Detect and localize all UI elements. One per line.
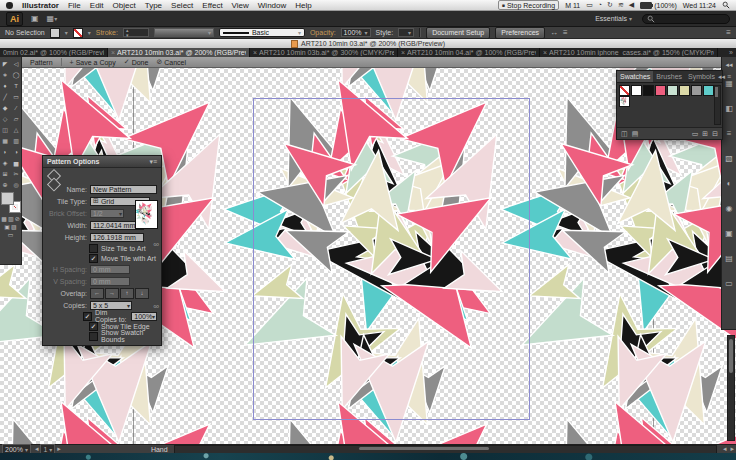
tab-symbols[interactable]: Symbols: [685, 71, 718, 82]
move-tile-checkbox[interactable]: ✓: [89, 254, 98, 263]
layers-panel-icon[interactable]: ▤: [722, 246, 736, 271]
cancel-button[interactable]: ⊘ Cancel: [156, 58, 186, 66]
artboards-panel-icon[interactable]: ▭: [722, 271, 736, 296]
stroke-panel-icon[interactable]: ≡: [722, 121, 736, 146]
time-machine-icon[interactable]: ◔: [598, 1, 602, 9]
wifi-icon[interactable]: ≋: [618, 1, 624, 9]
shape-builder-tool[interactable]: ◫: [0, 124, 11, 135]
direct-selection-tool[interactable]: ◁: [11, 58, 22, 69]
document-tab[interactable]: ×ART210 10min 03b.ai* @ 300% (CMYK/Previ…: [250, 48, 398, 57]
previous-artboard-icon[interactable]: ◂: [35, 445, 39, 453]
opacity-dropdown[interactable]: 100% ▾: [341, 28, 371, 37]
stroke-panel-link[interactable]: Stroke:: [96, 29, 118, 36]
gradient-tool[interactable]: ▥: [11, 135, 22, 146]
perspective-grid-tool[interactable]: △: [11, 124, 22, 135]
lasso-tool[interactable]: ◯: [11, 69, 22, 80]
next-artboard-icon[interactable]: ▸: [57, 445, 61, 453]
pencil-tool[interactable]: ∕: [11, 102, 22, 113]
stroke-color-swatch[interactable]: [73, 28, 83, 38]
pattern-tile-edge[interactable]: [253, 98, 530, 420]
swatch-white[interactable]: [631, 85, 642, 96]
panel-menu-icon[interactable]: ▾≡: [149, 158, 157, 166]
close-tab-icon[interactable]: ×: [401, 49, 405, 56]
link-dimensions-icon[interactable]: ∞: [153, 240, 159, 249]
search-box[interactable]: [642, 14, 730, 24]
menu-meter[interactable]: M 11: [565, 2, 580, 9]
menu-clock[interactable]: Wed 11:24: [683, 2, 716, 9]
app-menu-illustrator[interactable]: Illustrator: [22, 1, 59, 10]
hand-tool[interactable]: ⊕: [0, 179, 11, 190]
fill-swatch[interactable]: [1, 192, 14, 205]
delete-swatch-icon[interactable]: ⊟: [712, 130, 718, 138]
none-button[interactable]: ⊘: [15, 215, 20, 222]
document-tab[interactable]: ×ART210 10min 04.ai* @ 100% (RGB/Preview…: [398, 48, 540, 57]
document-tab[interactable]: ×ART210 10min iphone_cases.ai* @ 150% (C…: [540, 48, 718, 57]
close-tab-icon[interactable]: ×: [543, 49, 547, 56]
symbol-sprayer-tool[interactable]: ◈: [0, 157, 11, 168]
gradient-panel-icon[interactable]: ▧: [722, 146, 736, 171]
tab-overflow-icon[interactable]: »: [729, 49, 733, 56]
document-tab[interactable]: ×ART210 10min 03.ai* @ 200% (RGB/Preview…: [108, 48, 250, 57]
pattern-tile-tool-icon[interactable]: [47, 168, 61, 182]
chevron-down-icon[interactable]: ▾: [88, 29, 91, 36]
swatch-mint[interactable]: [667, 85, 678, 96]
scroll-right-icon[interactable]: ▸: [730, 445, 734, 453]
isolate-selection-icon[interactable]: ≡: [563, 28, 568, 37]
appearance-panel-icon[interactable]: ◉: [722, 196, 736, 221]
gradient-button[interactable]: ▥: [8, 215, 14, 222]
stepper-arrows[interactable]: ▴▾: [126, 28, 129, 38]
transform-reference-icon[interactable]: ↔: [550, 28, 558, 37]
overlap-top-in-front-icon[interactable]: ↑: [120, 288, 134, 299]
pattern-name-input[interactable]: New Pattern: [90, 185, 157, 194]
go-to-bridge-icon[interactable]: ▣: [31, 14, 39, 23]
fill-color-swatch[interactable]: [50, 28, 60, 38]
menu-select[interactable]: Select: [171, 1, 193, 10]
brush-definition-dropdown[interactable]: Basic ▾: [219, 28, 305, 37]
expand-panels-icon[interactable]: ◂◂: [722, 59, 736, 71]
draw-normal-icon[interactable]: ▣: [4, 223, 10, 230]
tab-brushes[interactable]: Brushes: [653, 71, 685, 82]
variable-width-profile-dropdown[interactable]: ▾: [154, 28, 214, 37]
draw-behind-icon[interactable]: ▨: [11, 223, 17, 230]
document-tab[interactable]: 0min 02.ai* @ 100% (RGB/Preview): [0, 48, 108, 57]
screen-mode-icon[interactable]: ▭: [8, 231, 14, 238]
chevron-down-icon[interactable]: ▾: [65, 29, 68, 36]
swatch-none[interactable]: [619, 85, 630, 96]
color-guide-panel-icon[interactable]: ◧: [722, 96, 736, 121]
menu-view[interactable]: View: [232, 1, 249, 10]
menu-type[interactable]: Type: [145, 1, 162, 10]
search-input[interactable]: [658, 15, 718, 23]
workspace-switcher[interactable]: Essentials ▾: [595, 15, 632, 22]
swatch-teal[interactable]: [703, 85, 714, 96]
overlap-left-in-front-icon[interactable]: ←: [90, 288, 104, 299]
eyedropper-tool[interactable]: ◗: [0, 146, 11, 157]
selection-tool[interactable]: ◤: [0, 58, 11, 69]
spotlight-icon[interactable]: [722, 1, 730, 9]
swatch-libraries-icon[interactable]: ◫: [621, 130, 628, 138]
stroke-weight-stepper[interactable]: ▴▾: [123, 28, 149, 37]
zoom-tool[interactable]: ◎: [11, 179, 22, 190]
scrollbar-thumb[interactable]: [729, 339, 733, 373]
menu-edit[interactable]: Edit: [90, 1, 104, 10]
color-button[interactable]: ▩: [1, 215, 7, 222]
size-tile-checkbox[interactable]: [89, 244, 98, 253]
display-icon[interactable]: ▭: [586, 1, 593, 9]
volume-icon[interactable]: ◀: [629, 1, 634, 9]
transparency-panel-icon[interactable]: ◐: [722, 171, 736, 196]
artboard-tool[interactable]: ⊞: [0, 168, 11, 179]
close-tab-icon[interactable]: ×: [253, 49, 257, 56]
dim-copies-dropdown[interactable]: 100%: [131, 312, 157, 321]
scroll-left-icon[interactable]: ◂: [723, 445, 727, 453]
swatch-pink[interactable]: [655, 85, 666, 96]
done-button[interactable]: ✓ Done: [124, 58, 149, 66]
battery-indicator[interactable]: (100%): [640, 2, 677, 9]
style-dropdown[interactable]: ▾: [398, 28, 414, 37]
menu-effect[interactable]: Effect: [202, 1, 222, 10]
preferences-button[interactable]: Preferences: [495, 27, 545, 39]
close-tab-icon[interactable]: ×: [111, 49, 115, 56]
show-swatch-bounds-checkbox[interactable]: [89, 332, 98, 341]
swatch-new-pattern[interactable]: [619, 96, 630, 107]
pen-tool[interactable]: ♦: [0, 80, 11, 91]
sync-icon[interactable]: ↻: [607, 1, 613, 9]
save-a-copy-button[interactable]: + Save a Copy: [70, 59, 116, 66]
